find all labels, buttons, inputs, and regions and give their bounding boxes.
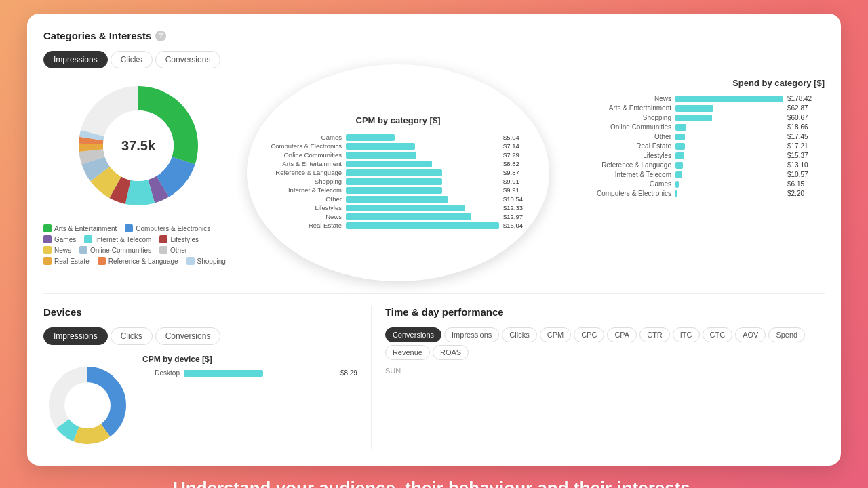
spend-row-value: $60.67 — [787, 114, 825, 121]
tab-aov-time[interactable]: AOV — [735, 327, 766, 342]
spend-row-label: Online Communities — [563, 123, 671, 131]
tab-conversions-categories[interactable]: Conversions — [155, 51, 221, 68]
spend-bar-container — [675, 134, 783, 140]
spend-row-label: Real Estate — [563, 142, 671, 150]
tab-revenue-time[interactable]: Revenue — [385, 345, 430, 360]
spend-bar — [675, 96, 783, 102]
cpm-bar — [346, 187, 442, 194]
tab-impressions-categories[interactable]: Impressions — [43, 51, 108, 68]
cpm-row-value: $9.91 — [503, 178, 529, 185]
spend-row: Internet & Telecom $10.57 — [563, 171, 825, 178]
time-section: Time & day performance Conversions Impre… — [385, 306, 825, 449]
spend-bar-container — [675, 105, 783, 112]
cpm-row-value: $8.82 — [503, 160, 529, 167]
spend-bar-container — [675, 152, 783, 159]
cpm-row-label: Real Estate — [267, 222, 342, 229]
cpm-row-label: Games — [267, 134, 342, 141]
cpm-bar-container — [346, 143, 499, 150]
spend-row-value: $62.87 — [787, 104, 825, 112]
categories-tabs: Impressions Clicks Conversions — [43, 51, 825, 68]
tab-cpa-time[interactable]: CPA — [607, 327, 637, 342]
tab-roas-time[interactable]: ROAS — [433, 345, 469, 360]
devices-title: Devices — [43, 306, 357, 318]
cpm-rows: Games $5.04 Computers & Electronics $7.1… — [267, 132, 529, 230]
spend-row: News $178.42 — [563, 95, 825, 102]
legend-color-online — [79, 246, 87, 254]
legend-item: Arts & Entertainment — [43, 224, 117, 232]
legend-color-realestate — [43, 257, 52, 265]
cpm-row: Games $5.04 — [267, 134, 529, 141]
help-icon[interactable]: ? — [155, 30, 166, 41]
tab-impressions-time[interactable]: Impressions — [444, 327, 499, 342]
cpm-row-value: $16.04 — [503, 222, 529, 229]
sun-label: SUN — [385, 367, 825, 375]
tab-clicks-categories[interactable]: Clicks — [111, 51, 153, 68]
tab-clicks-time[interactable]: Clicks — [502, 327, 536, 342]
cpm-bar-container — [346, 222, 499, 229]
legend-color-games — [43, 235, 52, 243]
tab-clicks-devices[interactable]: Clicks — [111, 327, 153, 345]
cpm-bar-container — [346, 152, 499, 159]
spend-row-value: $13.10 — [787, 161, 825, 169]
device-cpm-area: CPM by device [$] Desktop $8.29 — [142, 354, 357, 379]
legend-item: Other — [159, 246, 187, 254]
tab-conversions-devices[interactable]: Conversions — [155, 327, 221, 345]
cpm-row-label: Arts & Entertainment — [267, 160, 342, 167]
legend-color-computers — [125, 224, 133, 232]
device-cpm-title: CPM by device [$] — [142, 354, 357, 364]
legend-color-arts — [43, 224, 52, 232]
donut-chart: 37.5k — [71, 78, 206, 214]
tab-itc-time[interactable]: ITC — [673, 327, 700, 342]
legend-color-lifestyles — [159, 235, 167, 243]
spend-row-label: Reference & Language — [563, 161, 671, 169]
spend-row-value: $18.66 — [787, 123, 825, 131]
cpm-row-label: Other — [267, 195, 342, 203]
legend-label-online: Online Communities — [90, 247, 151, 254]
tab-impressions-devices[interactable]: Impressions — [43, 327, 108, 345]
tab-spend-time[interactable]: Spend — [768, 327, 805, 342]
cpm-bar — [346, 161, 432, 167]
tab-cpm-time[interactable]: CPM — [540, 327, 571, 342]
spend-row: Reference & Language $13.10 — [563, 161, 825, 169]
spend-row-value: $6.15 — [787, 180, 825, 188]
cpm-row-value: $7.29 — [503, 151, 529, 159]
cpm-bar-container — [346, 161, 499, 167]
cpm-row-value: $12.33 — [503, 204, 529, 211]
cpm-bar — [346, 169, 442, 176]
legend-label-other: Other — [170, 247, 187, 254]
cpm-row: Online Communities $7.29 — [267, 151, 529, 159]
device-bar-desktop — [184, 370, 263, 377]
spend-title: Spend by category [$] — [563, 78, 825, 88]
top-section: 37.5k Arts & Entertainment Computers & E… — [43, 78, 825, 281]
spend-bar — [675, 190, 677, 197]
tab-ctc-time[interactable]: CTC — [703, 327, 733, 342]
legend-item: News — [43, 246, 71, 254]
spend-row-label: Games — [563, 180, 671, 188]
cpm-bar-container — [346, 187, 499, 194]
cpm-bar — [346, 214, 471, 220]
tab-conversions-time[interactable]: Conversions — [385, 327, 441, 342]
legend-color-internet — [84, 235, 92, 243]
tab-cpc-time[interactable]: CPC — [574, 327, 604, 342]
legend-label-news: News — [54, 247, 71, 254]
legend-item: Lifestyles — [159, 235, 199, 243]
spend-bar — [675, 115, 712, 121]
cpm-row: Shopping $9.91 — [267, 178, 529, 185]
cpm-row-label: Lifestyles — [267, 204, 342, 211]
spend-row: Lifestyles $15.37 — [563, 152, 825, 159]
spend-bar-container — [675, 115, 783, 121]
legend-item: Games — [43, 235, 76, 243]
spend-bar — [675, 124, 686, 131]
donut-legend: Arts & Entertainment Computers & Electro… — [43, 224, 233, 265]
legend-label-internet: Internet & Telecom — [95, 236, 151, 243]
spend-row-value: $17.45 — [787, 133, 825, 140]
cpm-row-value: $12.97 — [503, 213, 529, 220]
spend-row-label: Shopping — [563, 114, 671, 121]
devices-content: CPM by device [$] Desktop $8.29 — [43, 354, 357, 449]
time-tabs: Conversions Impressions Clicks CPM CPC C… — [385, 327, 825, 360]
tab-ctr-time[interactable]: CTR — [639, 327, 670, 342]
spend-bar-container — [675, 96, 783, 102]
spend-row: Computers & Electronics $2.20 — [563, 190, 825, 197]
cpm-row-value: $7.14 — [503, 142, 529, 150]
spend-rows: News $178.42 Arts & Entertainment $62.87… — [563, 95, 825, 197]
